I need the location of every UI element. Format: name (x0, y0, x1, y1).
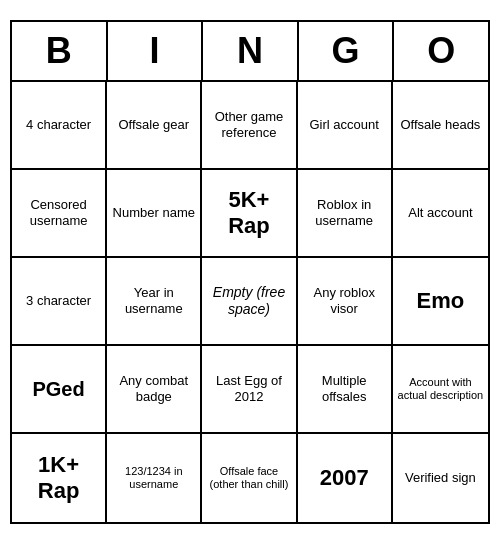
bingo-cell-11: Year in username (107, 258, 202, 346)
header-letter-b: B (12, 22, 108, 80)
cell-text-14: Emo (417, 288, 465, 314)
bingo-cell-0: 4 character (12, 82, 107, 170)
cell-text-9: Alt account (408, 205, 472, 221)
cell-text-17: Last Egg of 2012 (206, 373, 291, 404)
cell-text-10: 3 character (26, 293, 91, 309)
bingo-cell-21: 123/1234 in username (107, 434, 202, 522)
cell-text-3: Girl account (310, 117, 379, 133)
cell-text-5: Censored username (16, 197, 101, 228)
cell-text-8: Roblox in username (302, 197, 387, 228)
bingo-cell-20: 1K+ Rap (12, 434, 107, 522)
cell-text-4: Offsale heads (400, 117, 480, 133)
bingo-cell-5: Censored username (12, 170, 107, 258)
header-letter-g: G (299, 22, 395, 80)
bingo-cell-3: Girl account (298, 82, 393, 170)
header-letter-i: I (108, 22, 204, 80)
bingo-card: BINGO 4 characterOffsale gearOther game … (10, 20, 490, 524)
bingo-cell-9: Alt account (393, 170, 488, 258)
cell-text-13: Any roblox visor (302, 285, 387, 316)
bingo-cell-2: Other game reference (202, 82, 297, 170)
cell-text-15: PGed (32, 377, 84, 401)
cell-text-23: 2007 (320, 465, 369, 491)
bingo-cell-22: Offsale face (other than chill) (202, 434, 297, 522)
bingo-cell-14: Emo (393, 258, 488, 346)
cell-text-11: Year in username (111, 285, 196, 316)
bingo-cell-1: Offsale gear (107, 82, 202, 170)
bingo-cell-4: Offsale heads (393, 82, 488, 170)
cell-text-7: 5K+ Rap (206, 187, 291, 240)
cell-text-19: Account with actual description (397, 376, 484, 402)
cell-text-20: 1K+ Rap (16, 452, 101, 505)
bingo-cell-23: 2007 (298, 434, 393, 522)
header-letter-n: N (203, 22, 299, 80)
bingo-cell-17: Last Egg of 2012 (202, 346, 297, 434)
bingo-cell-19: Account with actual description (393, 346, 488, 434)
cell-text-18: Multiple offsales (302, 373, 387, 404)
bingo-cell-16: Any combat badge (107, 346, 202, 434)
cell-text-12: Empty (free space) (206, 284, 291, 318)
cell-text-6: Number name (113, 205, 195, 221)
cell-text-1: Offsale gear (118, 117, 189, 133)
cell-text-0: 4 character (26, 117, 91, 133)
bingo-cell-10: 3 character (12, 258, 107, 346)
header-letter-o: O (394, 22, 488, 80)
bingo-header: BINGO (12, 22, 488, 82)
cell-text-24: Verified sign (405, 470, 476, 486)
cell-text-22: Offsale face (other than chill) (206, 465, 291, 491)
bingo-grid: 4 characterOffsale gearOther game refere… (12, 82, 488, 522)
cell-text-16: Any combat badge (111, 373, 196, 404)
bingo-cell-7: 5K+ Rap (202, 170, 297, 258)
cell-text-2: Other game reference (206, 109, 291, 140)
bingo-cell-12: Empty (free space) (202, 258, 297, 346)
bingo-cell-6: Number name (107, 170, 202, 258)
bingo-cell-15: PGed (12, 346, 107, 434)
bingo-cell-8: Roblox in username (298, 170, 393, 258)
bingo-cell-18: Multiple offsales (298, 346, 393, 434)
bingo-cell-24: Verified sign (393, 434, 488, 522)
cell-text-21: 123/1234 in username (111, 465, 196, 491)
bingo-cell-13: Any roblox visor (298, 258, 393, 346)
